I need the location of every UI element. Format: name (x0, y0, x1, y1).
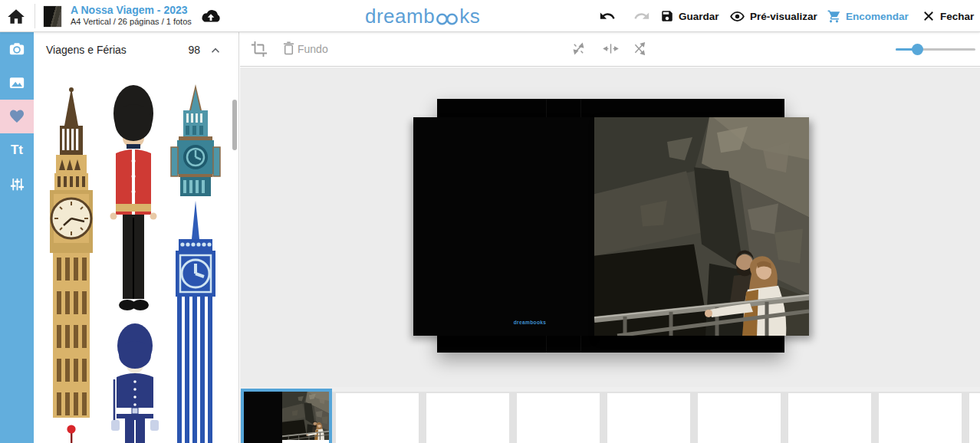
text-tool-icon: Tt (11, 143, 23, 158)
filmstrip-page-thumbnail[interactable] (969, 393, 980, 443)
sidebar-item-text[interactable]: Tt (0, 133, 34, 167)
redo-icon (633, 8, 650, 25)
close-button[interactable]: Fechar (922, 0, 974, 32)
order-label: Encomendar (846, 11, 909, 22)
close-label: Fechar (940, 11, 974, 22)
trash-icon[interactable] (281, 41, 297, 57)
heart-icon (8, 107, 26, 126)
camera-icon (8, 41, 25, 57)
save-floppy-icon (660, 9, 674, 23)
eye-icon (729, 8, 745, 25)
logo-text-right: ks (459, 5, 480, 28)
filmstrip-page-thumbnail[interactable] (336, 393, 419, 443)
logo-text-left: dreamb (365, 5, 435, 28)
clipart-royal-guard-red[interactable] (107, 83, 160, 313)
sidebar-item-layouts[interactable] (0, 66, 34, 100)
page-filmstrip (240, 387, 980, 443)
clipart-category-count: 98 (188, 44, 200, 56)
clipart-category-title: Viagens e Férias (46, 44, 127, 56)
save-button[interactable]: Guardar (660, 0, 719, 32)
save-label: Guardar (679, 11, 719, 22)
filmstrip-cover-thumbnail-selected[interactable] (241, 389, 332, 443)
image-icon (8, 74, 25, 91)
zoom-slider[interactable] (896, 40, 980, 58)
project-title[interactable]: A Nossa Viagem - 2023 (71, 4, 188, 16)
fit-diagonal-icon[interactable] (571, 41, 587, 57)
thumbnail-photo-half (282, 392, 329, 443)
cover-photo[interactable] (594, 117, 809, 336)
sidebar-item-photos[interactable] (0, 32, 34, 66)
thumbnail-black-half (244, 392, 282, 443)
tune-sliders-icon (9, 176, 25, 192)
clipart-panel: Viagens e Férias 98 (34, 32, 239, 443)
background-label: Fundo (298, 43, 328, 55)
undo-icon (599, 8, 616, 25)
sidebar-item-cliparts[interactable] (0, 100, 34, 133)
preview-label: Pré-visualizar (750, 11, 817, 22)
clipart-royal-guard-navy[interactable] (110, 322, 159, 443)
back-cover-black-box[interactable] (413, 117, 595, 336)
cover-brand-imprint: dreambooks (508, 320, 551, 325)
clipart-bigben-gold[interactable] (44, 86, 99, 418)
editor-canvas[interactable]: dreambooks (240, 67, 980, 387)
filmstrip-page-thumbnail[interactable] (517, 393, 600, 443)
filmstrip-page-thumbnail[interactable] (426, 393, 509, 443)
shuffle-icon[interactable] (632, 41, 648, 57)
zoom-slider-thumb[interactable] (912, 44, 923, 55)
cloud-sync-icon[interactable] (199, 8, 222, 25)
dreambooks-logo: dreamb ks (365, 5, 480, 28)
cart-icon (827, 9, 841, 24)
clipart-clock-tower-blue[interactable] (170, 201, 221, 443)
filmstrip-page-thumbnail[interactable] (607, 393, 690, 443)
tool-sidebar: Tt (0, 32, 34, 443)
clipart-bigben-teal[interactable] (169, 83, 222, 196)
panel-scrollbar[interactable] (232, 100, 237, 150)
filmstrip-page-thumbnail[interactable] (788, 393, 871, 443)
logo-infinity-oo-icon (436, 13, 459, 25)
header-divider (35, 4, 35, 28)
filmstrip-page-thumbnail[interactable] (879, 393, 962, 443)
sidebar-item-settings[interactable] (0, 167, 34, 201)
swap-horizontal-icon[interactable] (603, 41, 619, 57)
chevron-up-icon[interactable] (209, 44, 222, 57)
project-subtitle: A4 Vertical / 26 páginas / 1 fotos (71, 17, 192, 26)
home-icon[interactable] (6, 7, 26, 27)
close-x-icon (922, 9, 936, 23)
redo-button[interactable] (633, 0, 650, 32)
clipart-category-header[interactable]: Viagens e Férias 98 (34, 32, 238, 67)
crop-icon[interactable] (251, 41, 268, 57)
canvas-toolbar: Fundo (240, 32, 980, 67)
app-header: A Nossa Viagem - 2023 A4 Vertical / 26 p… (0, 0, 980, 32)
clipart-map-pin-red[interactable] (66, 425, 77, 443)
undo-button[interactable] (599, 0, 616, 32)
preview-button[interactable]: Pré-visualizar (729, 0, 817, 32)
order-button[interactable]: Encomendar (827, 0, 909, 32)
project-thumbnail[interactable] (44, 6, 61, 27)
filmstrip-scrollbar[interactable] (240, 387, 980, 392)
filmstrip-page-thumbnail[interactable] (698, 393, 781, 443)
